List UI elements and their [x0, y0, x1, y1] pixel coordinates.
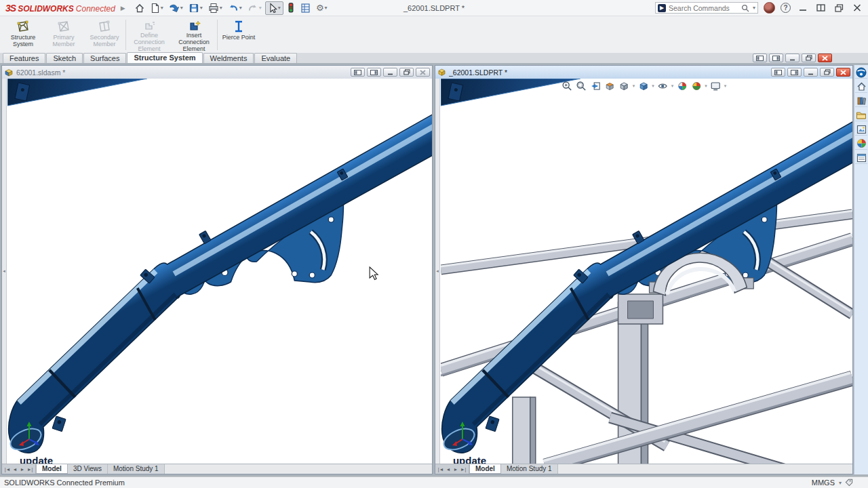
minimize-window-button[interactable]: [383, 68, 397, 77]
help-button[interactable]: ?: [781, 3, 791, 13]
save-icon: [189, 3, 199, 14]
chevron-down-icon[interactable]: ▾: [278, 5, 281, 11]
tab-features[interactable]: Features: [3, 53, 45, 63]
chevron-down-icon[interactable]: ▾: [671, 83, 674, 89]
feature-tree-collapse-handle[interactable]: ◂: [2, 79, 7, 464]
heads-up-view-toolbar: ▾ ▾ ▾ ▾ ▾: [561, 80, 728, 92]
ribbon-separator: [217, 20, 218, 50]
hide-show-items-button[interactable]: [656, 80, 669, 92]
tab-evaluate[interactable]: Evaluate: [254, 53, 297, 63]
pierce-point-button[interactable]: Pierce Point: [218, 18, 259, 52]
primary-member-button[interactable]: Primary Member: [43, 18, 84, 52]
chevron-down-icon[interactable]: ▾: [753, 5, 755, 11]
home-button[interactable]: [132, 1, 147, 15]
doc-tab-nav[interactable]: |◄◄►►|: [2, 464, 36, 474]
chevron-down-icon[interactable]: ▾: [220, 5, 222, 11]
apply-scene-button[interactable]: [690, 80, 703, 92]
minimize-document-button[interactable]: [785, 54, 800, 62]
redo-button[interactable]: ▾: [245, 1, 264, 15]
undo-button[interactable]: ▾: [226, 1, 244, 15]
define-connection-element-button[interactable]: Define Connection Element: [127, 18, 172, 52]
restore-button[interactable]: [835, 4, 844, 12]
doc-tab-model[interactable]: Model: [469, 464, 501, 474]
doc-tab-motion-study[interactable]: Motion Study 1: [501, 464, 558, 474]
minimize-window-button[interactable]: [804, 68, 818, 77]
print-button[interactable]: ▾: [206, 1, 224, 15]
corner-model-fragment: [7, 79, 147, 106]
insert-connection-element-button[interactable]: Insert Connection Element: [172, 18, 216, 52]
chevron-down-icon[interactable]: ▾: [325, 5, 328, 11]
part-viewport[interactable]: ◂ ▾ ▾ ▾ ▾ ▾: [435, 79, 852, 464]
restore-window-button[interactable]: [820, 68, 834, 77]
structure-system-button[interactable]: Structure System: [3, 18, 43, 52]
select-tool-button[interactable]: ▾: [265, 1, 283, 15]
assembly-viewport[interactable]: ◂: [2, 79, 432, 464]
unit-system-selector[interactable]: MMGS: [812, 479, 835, 487]
display-style-button[interactable]: [637, 80, 650, 92]
redo-icon: [248, 3, 258, 14]
pane-left-button[interactable]: [753, 54, 767, 62]
custom-properties-icon[interactable]: [855, 152, 867, 164]
options-button[interactable]: ⚙ ▾: [314, 1, 330, 15]
menu-flyout-icon[interactable]: ▶: [121, 5, 125, 12]
restore-document-button[interactable]: [802, 54, 816, 62]
chevron-down-icon[interactable]: ▾: [705, 83, 707, 89]
feature-tree-collapse-handle[interactable]: ◂: [435, 79, 440, 464]
zoom-to-fit-button[interactable]: [561, 80, 574, 92]
minimize-button[interactable]: [799, 4, 807, 12]
pane-right-button[interactable]: [367, 68, 381, 77]
close-document-button[interactable]: [818, 54, 832, 62]
user-avatar[interactable]: [764, 2, 775, 14]
view-settings-button[interactable]: [709, 80, 722, 92]
new-document-button[interactable]: ▾: [149, 1, 165, 15]
chevron-down-icon[interactable]: ▾: [633, 83, 635, 89]
part-window-titlebar: _62001.SLDPRT *: [435, 66, 852, 79]
3dexperience-icon[interactable]: [855, 66, 867, 79]
tab-surfaces[interactable]: Surfaces: [83, 53, 126, 63]
close-button[interactable]: [853, 4, 861, 12]
design-library-icon[interactable]: [855, 95, 867, 107]
close-window-button[interactable]: [416, 68, 430, 77]
pane-left-button[interactable]: [351, 68, 365, 77]
home-icon[interactable]: [855, 81, 867, 93]
pane-right-button[interactable]: [769, 54, 783, 62]
pane-left-button[interactable]: [771, 68, 785, 77]
doc-tab-nav[interactable]: |◄◄►►|: [435, 464, 469, 474]
chevron-down-icon[interactable]: ▾: [200, 5, 203, 11]
tab-sketch[interactable]: Sketch: [46, 53, 83, 63]
rebuild-button[interactable]: [285, 1, 297, 15]
tile-windows-button[interactable]: [816, 4, 825, 12]
part-3d-view[interactable]: update: [441, 79, 852, 464]
pane-right-button[interactable]: [787, 68, 802, 77]
doc-tab-3d-views[interactable]: 3D Views: [68, 464, 108, 474]
save-button[interactable]: ▾: [186, 1, 205, 15]
chevron-down-icon[interactable]: ▾: [724, 83, 727, 89]
search-commands-box[interactable]: ▶ ▾: [655, 2, 758, 14]
close-window-button[interactable]: [836, 68, 850, 77]
view-palette-icon[interactable]: [855, 123, 867, 136]
search-input[interactable]: [669, 4, 738, 12]
chevron-down-icon[interactable]: ▾: [839, 480, 842, 486]
restore-window-button[interactable]: [399, 68, 414, 77]
zoom-to-area-button[interactable]: [575, 80, 588, 92]
search-icon[interactable]: [741, 4, 749, 12]
file-explorer-icon[interactable]: [855, 109, 867, 121]
edit-appearance-button[interactable]: [675, 80, 688, 92]
file-properties-button[interactable]: [298, 1, 313, 15]
tab-structure-system[interactable]: Structure System: [127, 52, 202, 63]
tab-weldments[interactable]: Weldments: [203, 53, 254, 63]
appearances-icon[interactable]: [855, 138, 867, 150]
assembly-3d-view[interactable]: update: [7, 79, 432, 464]
view-orientation-button[interactable]: [618, 80, 631, 92]
section-view-button[interactable]: [604, 80, 616, 92]
tag-icon[interactable]: [845, 479, 854, 487]
doc-tab-model[interactable]: Model: [36, 464, 68, 474]
chevron-down-icon[interactable]: ▾: [180, 5, 183, 11]
chevron-down-icon[interactable]: ▾: [161, 5, 163, 11]
open-button[interactable]: ▾: [167, 1, 185, 15]
secondary-member-button[interactable]: Secondary Member: [84, 18, 125, 52]
previous-view-button[interactable]: [589, 80, 602, 92]
chevron-down-icon[interactable]: ▾: [239, 5, 242, 11]
chevron-down-icon[interactable]: ▾: [652, 83, 654, 89]
doc-tab-motion-study[interactable]: Motion Study 1: [108, 464, 165, 474]
